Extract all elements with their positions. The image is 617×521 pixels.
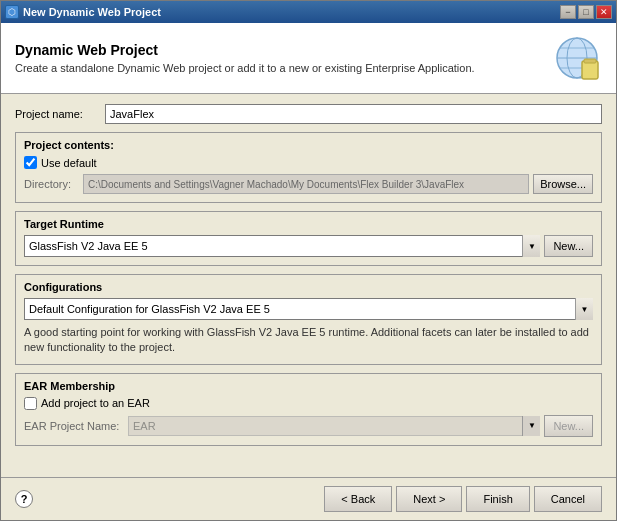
maximize-button[interactable]: □ [578, 5, 594, 19]
add-to-ear-row: Add project to an EAR [24, 397, 593, 410]
directory-input [83, 174, 529, 194]
config-select[interactable]: Default Configuration for GlassFish V2 J… [24, 298, 593, 320]
use-default-checkbox-label: Use default [41, 157, 97, 169]
use-default-checkbox[interactable] [24, 156, 37, 169]
browse-button[interactable]: Browse... [533, 174, 593, 194]
runtime-select[interactable]: GlassFish V2 Java EE 5 [24, 235, 540, 257]
project-contents-group: Project contents: Use default Directory:… [15, 132, 602, 203]
window-icon: ⬡ [5, 5, 19, 19]
window: ⬡ New Dynamic Web Project − □ ✕ Dynamic … [0, 0, 617, 521]
finish-button[interactable]: Finish [466, 486, 529, 512]
page-title: Dynamic Web Project [15, 42, 475, 58]
config-select-row: Default Configuration for GlassFish V2 J… [24, 298, 593, 320]
directory-label: Directory: [24, 178, 79, 190]
main-content: Project name: Project contents: Use defa… [1, 94, 616, 477]
runtime-new-button[interactable]: New... [544, 235, 593, 257]
target-runtime-group: Target Runtime GlassFish V2 Java EE 5 ▼ … [15, 211, 602, 266]
add-to-ear-label: Add project to an EAR [41, 397, 150, 409]
header-panel: Dynamic Web Project Create a standalone … [1, 23, 616, 94]
ear-project-name-label: EAR Project Name: [24, 420, 124, 432]
runtime-select-wrapper: GlassFish V2 Java EE 5 ▼ [24, 235, 540, 257]
ear-membership-label: EAR Membership [24, 380, 593, 392]
ear-select-wrapper: EAR ▼ [128, 416, 540, 436]
close-button[interactable]: ✕ [596, 5, 612, 19]
add-to-ear-checkbox[interactable] [24, 397, 37, 410]
minimize-button[interactable]: − [560, 5, 576, 19]
project-name-row: Project name: [15, 104, 602, 124]
runtime-select-row: GlassFish V2 Java EE 5 ▼ New... [24, 235, 593, 257]
ear-membership-group: EAR Membership Add project to an EAR EAR… [15, 373, 602, 446]
help-button[interactable]: ? [15, 490, 33, 508]
project-name-label: Project name: [15, 108, 105, 120]
config-description: A good starting point for working with G… [24, 325, 593, 356]
bottom-bar: ? < Back Next > Finish Cancel [1, 477, 616, 520]
header-globe-icon [552, 33, 602, 83]
window-title: New Dynamic Web Project [23, 6, 161, 18]
ear-project-name-select: EAR [128, 416, 540, 436]
title-bar: ⬡ New Dynamic Web Project − □ ✕ [1, 1, 616, 23]
target-runtime-label: Target Runtime [24, 218, 593, 230]
svg-rect-5 [582, 61, 598, 79]
navigation-buttons: < Back Next > Finish Cancel [324, 486, 602, 512]
ear-new-button: New... [544, 415, 593, 437]
project-contents-label: Project contents: [24, 139, 593, 151]
config-select-wrapper: Default Configuration for GlassFish V2 J… [24, 298, 593, 320]
use-default-row: Use default [24, 156, 593, 169]
configurations-label: Configurations [24, 281, 593, 293]
configurations-group: Configurations Default Configuration for… [15, 274, 602, 365]
svg-rect-6 [584, 59, 596, 63]
project-name-input[interactable] [105, 104, 602, 124]
cancel-button[interactable]: Cancel [534, 486, 602, 512]
ear-project-name-row: EAR Project Name: EAR ▼ New... [24, 415, 593, 437]
directory-row: Directory: Browse... [24, 174, 593, 194]
back-button[interactable]: < Back [324, 486, 392, 512]
next-button[interactable]: Next > [396, 486, 462, 512]
page-description: Create a standalone Dynamic Web project … [15, 62, 475, 74]
